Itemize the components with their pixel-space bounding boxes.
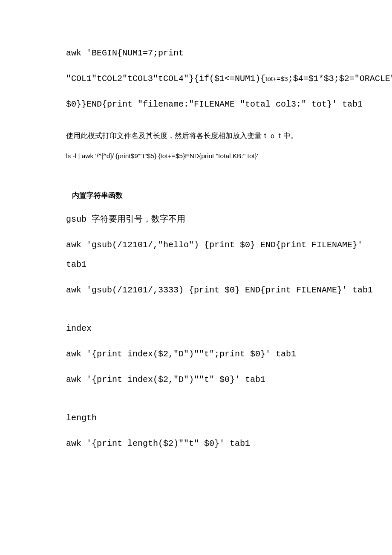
code-line: awk 'gsub(/12101/,"hello") {print $0} EN… xyxy=(66,239,366,251)
code-fragment: "COL1"tCOL2"tCOL3"tCOL4"}{if($1<=NUM1){ xyxy=(66,74,265,84)
description-text: 使用此模式打印文件名及其长度，然后将各长度相加放入变量ｔｏｔ中。 xyxy=(66,130,366,142)
section-heading: 内置字符串函数 xyxy=(72,191,366,200)
index-title: index xyxy=(66,322,366,335)
code-fragment: tot+=$3 xyxy=(265,75,288,82)
code-fragment: ;$4=$1*$3;$2="ORACLE"; print xyxy=(288,74,392,84)
code-line: "COL1"tCOL2"tCOL3"tCOL4"}{if($1<=NUM1){t… xyxy=(66,72,366,85)
document-page: awk 'BEGIN{NUM1=7;print "COL1"tCOL2"tCOL… xyxy=(0,0,392,476)
code-line: tab1 xyxy=(66,258,366,271)
code-line: awk '{print length($2)""t" $0}' tab1 xyxy=(66,437,366,450)
code-line: awk 'gsub(/12101/,3333) {print $0} END{p… xyxy=(66,284,366,297)
code-line: awk 'BEGIN{NUM1=7;print xyxy=(66,47,366,60)
code-line: $0}}END{print "filename:"FILENAME "total… xyxy=(66,98,366,111)
code-line-sans: ls -l | awk '/^[^d]/ {print$9""t"$5} {to… xyxy=(66,151,366,161)
code-line: awk '{print index($2,"D")""t" $0}' tab1 xyxy=(66,373,366,386)
code-line: awk '{print index($2,"D")""t";print $0}'… xyxy=(66,348,366,361)
length-title: length xyxy=(66,412,366,425)
gsub-title: gsub 字符要用引号，数字不用 xyxy=(66,213,366,226)
